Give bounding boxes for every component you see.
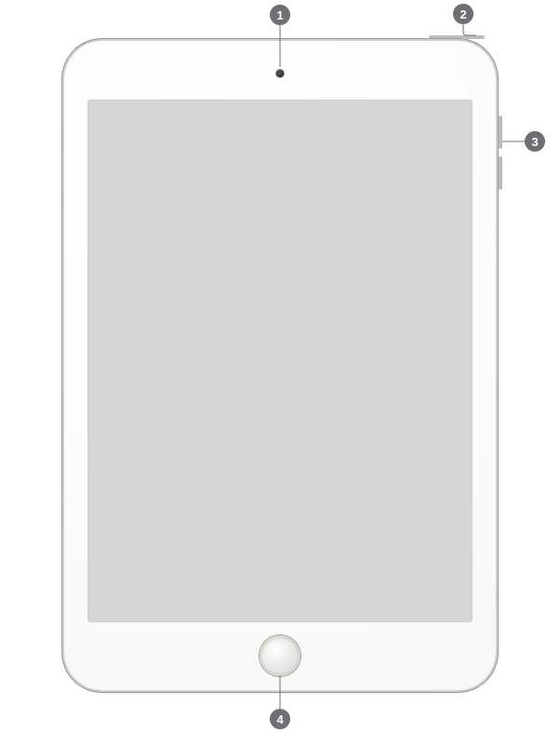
- diagram-stage: 1 2 3 4: [0, 0, 560, 733]
- callout-3: 3: [525, 131, 545, 152]
- front-camera-icon: [276, 70, 284, 77]
- tablet-screen: [87, 100, 473, 622]
- volume-up-icon: [499, 115, 502, 149]
- tablet-device: [61, 38, 499, 693]
- callout-badge: 3: [525, 131, 545, 152]
- callout-1: 1: [270, 5, 290, 25]
- callout-2: 2: [453, 4, 473, 24]
- callout-badge: 2: [453, 4, 473, 24]
- volume-down-icon: [499, 156, 502, 190]
- home-button-icon: [260, 635, 300, 676]
- callout-4: 4: [270, 709, 290, 729]
- callout-badge: 1: [270, 5, 290, 25]
- callout-badge: 4: [270, 709, 290, 729]
